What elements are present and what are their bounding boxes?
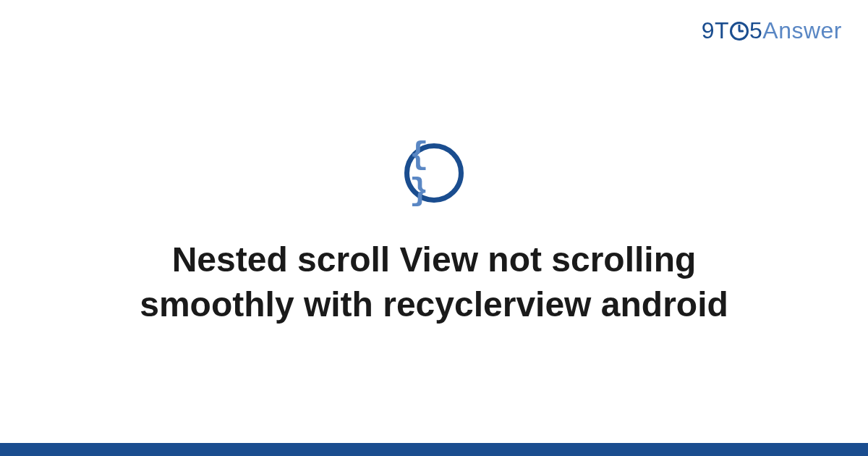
question-title: Nested scroll View not scrolling smoothl… [109,237,760,328]
footer-accent-bar [0,443,868,456]
main-content: { } Nested scroll View not scrolling smo… [0,0,868,456]
code-braces-icon: { } [404,143,464,203]
braces-glyph: { } [409,137,459,209]
